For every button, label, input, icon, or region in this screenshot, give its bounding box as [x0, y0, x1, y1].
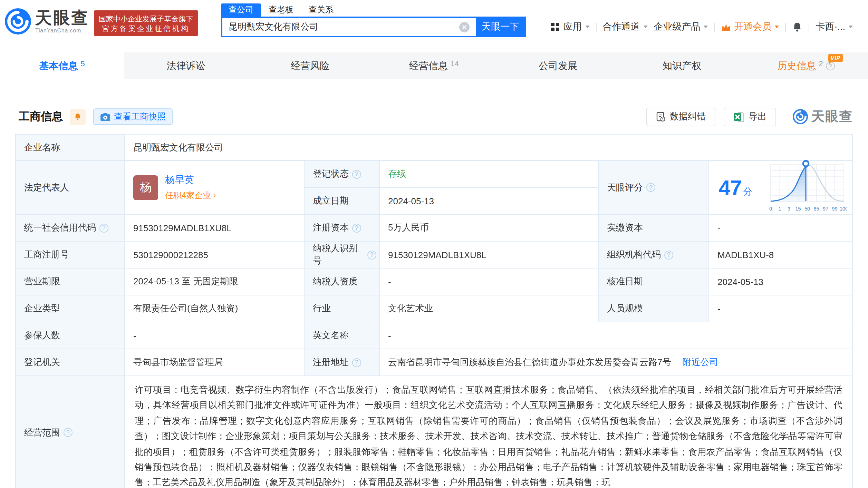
section-actions: 数据纠错 导出 天眼查 [646, 107, 853, 126]
table-row: 工商注册号 530129000212285 纳税人识别号 91530129MAD… [16, 242, 852, 269]
bell-icon [74, 112, 81, 121]
search-tabs: 查公司 查老板 查关系 [221, 3, 526, 17]
search-tab-relation[interactable]: 查关系 [301, 3, 341, 17]
tianyancha-logo[interactable]: 天眼查 TianYanCha.com [5, 8, 89, 35]
avatar[interactable]: 杨 [133, 175, 158, 200]
header-nav: 应用 合作通道 企业级产品 开通会员 [551, 18, 853, 36]
score-unit: 分 [743, 185, 752, 198]
tianyancha-logo-icon [5, 8, 31, 35]
tab-intellectual-property[interactable]: 知识产权 [620, 52, 744, 79]
business-term-label: 营业期限 [16, 269, 125, 295]
org-code-label-cell: 组织机构代码 [599, 242, 709, 268]
paid-capital-label: 实缴资本 [599, 215, 709, 241]
company-name-value: 昆明甄宏文化有限公司 [125, 135, 852, 160]
export-label: 导出 [749, 110, 766, 123]
table-row: 营业期限 2024-05-13 至 无固定期限 纳税人资质 - 核准日期 202… [16, 269, 852, 295]
search-input[interactable] [222, 22, 459, 32]
logo-title: 天眼查 [35, 9, 89, 26]
svg-text:15: 15 [795, 206, 801, 211]
tab-label: 知识产权 [663, 60, 701, 72]
business-scope-label-cell: 经营范围 [16, 376, 125, 488]
search-button[interactable]: 天眼一下 [476, 18, 525, 36]
nav-enterprise-products[interactable]: 企业级产品 [654, 21, 708, 33]
help-icon[interactable] [99, 223, 108, 232]
crown-icon [721, 22, 732, 31]
table-subrow: 成立日期 2024-05-13 [305, 188, 599, 214]
tab-history-info[interactable]: VIP 历史信息 2 [744, 52, 868, 79]
apps-grid-icon [551, 23, 559, 31]
nav-cooperation[interactable]: 合作通道 [603, 21, 648, 33]
registration-authority-value: 寻甸县市场监督管理局 [125, 349, 305, 375]
score-value-group: 47 分 [719, 177, 752, 198]
tab-label: 经营风险 [291, 60, 329, 72]
tab-label: 公司发展 [539, 60, 577, 72]
search-box: 天眼一下 [221, 17, 526, 37]
chevron-down-icon [775, 26, 779, 28]
legal-rep-name-link[interactable]: 杨早英 [165, 174, 216, 186]
badge-line1: 国家中小企业发展子基金旗下 [99, 14, 193, 23]
monitor-bell-button[interactable] [70, 109, 86, 125]
english-name-label: 英文名称 [305, 322, 380, 349]
help-icon[interactable] [64, 428, 73, 437]
reg-capital-label-cell: 注册资本 [305, 215, 380, 241]
excel-icon [733, 111, 744, 122]
user-menu[interactable]: 卡西·... [816, 21, 853, 33]
tab-company-development[interactable]: 公司发展 [496, 52, 620, 79]
taxpayer-quality-label: 纳税人资质 [305, 269, 380, 295]
correction-label: 数据纠错 [670, 110, 706, 123]
nav-open-vip[interactable]: 开通会员 [721, 21, 779, 33]
chevron-down-icon [704, 26, 708, 28]
table-row: 参保人数 - 英文名称 - [16, 322, 852, 349]
notification-bell[interactable] [792, 21, 803, 32]
company-tab-bar: 基本信息 5 法律诉讼 经营风险 经营信息 14 公司发展 知识产权 VIP 历… [0, 52, 868, 79]
credit-code-label-cell: 统一社会信用代码 [16, 215, 125, 241]
help-icon[interactable] [664, 250, 673, 259]
insured-count-label: 参保人数 [16, 322, 125, 349]
table-row: 企业名称 昆明甄宏文化有限公司 [16, 135, 852, 161]
org-code-value: MADLB1XU-8 [709, 242, 852, 268]
tab-count: 14 [451, 59, 459, 67]
tab-operation-risk[interactable]: 经营风险 [248, 52, 372, 79]
export-button[interactable]: 导出 [724, 107, 776, 126]
score-axis-labels: 0 1 3 15 50 85 97 99 100 [769, 206, 847, 211]
legal-rep-positions-link[interactable]: 任职4家企业 [165, 189, 216, 201]
snapshot-label: 查看工商快照 [114, 111, 166, 123]
help-icon[interactable] [646, 183, 655, 192]
nearby-companies-link[interactable]: 附近公司 [682, 356, 718, 369]
reg-address-cell: 云南省昆明市寻甸回族彝族自治县仁德街道办事处东发居委会青云路7号 附近公司 [380, 349, 852, 375]
tab-basic-info[interactable]: 基本信息 5 [0, 52, 124, 79]
establish-date-value: 2024-05-13 [380, 188, 599, 214]
tab-legal-proceedings[interactable]: 法律诉讼 [124, 52, 248, 79]
nav-apps[interactable]: 应用 [551, 21, 590, 33]
clear-icon[interactable] [459, 22, 470, 32]
logo-domain: TianYanCha.com [35, 27, 89, 33]
bell-icon [792, 21, 803, 32]
search-tab-company[interactable]: 查公司 [221, 3, 261, 17]
page: 天眼查 TianYanCha.com 国家中小企业发展子基金旗下 官方备案企业征… [0, 0, 868, 488]
insured-count-value: - [125, 322, 305, 349]
search-module: 查公司 查老板 查关系 天眼一下 [221, 3, 526, 37]
help-icon[interactable] [352, 358, 361, 367]
help-icon[interactable] [352, 223, 361, 232]
table-row: 统一社会信用代码 91530129MADLB1XU8L 注册资本 5万人民币 实… [16, 215, 852, 242]
svg-text:99: 99 [832, 206, 837, 211]
business-info-header: 工商信息 查看工商快照 [15, 107, 853, 126]
industry-value: 文化艺术业 [380, 295, 599, 322]
help-icon[interactable] [367, 250, 376, 259]
chevron-down-icon [849, 26, 853, 28]
help-icon[interactable] [352, 169, 361, 178]
top-bar: 天眼查 TianYanCha.com 国家中小企业发展子基金旗下 官方备案企业征… [0, 0, 868, 52]
tab-operation-info[interactable]: 经营信息 14 [372, 52, 496, 79]
status-date-group: 登记状态 存续 成立日期 2024-05-13 [305, 161, 599, 214]
business-info-table: 企业名称 昆明甄宏文化有限公司 法定代表人 杨 杨早英 任职4家企业 登记状态 [15, 134, 853, 488]
logo-text: 天眼查 TianYanCha.com [35, 9, 89, 33]
snapshot-button[interactable]: 查看工商快照 [93, 108, 173, 125]
data-correction-button[interactable]: 数据纠错 [646, 107, 715, 126]
vip-badge: VIP [828, 54, 843, 62]
svg-text:100: 100 [840, 206, 847, 211]
taxpayer-id-label-cell: 纳税人识别号 [305, 242, 380, 268]
search-tab-boss[interactable]: 查老板 [261, 3, 301, 17]
watermark-label: 天眼查 [811, 108, 853, 126]
taxpayer-quality-value: - [380, 269, 599, 295]
nav-apps-label: 应用 [563, 21, 582, 33]
